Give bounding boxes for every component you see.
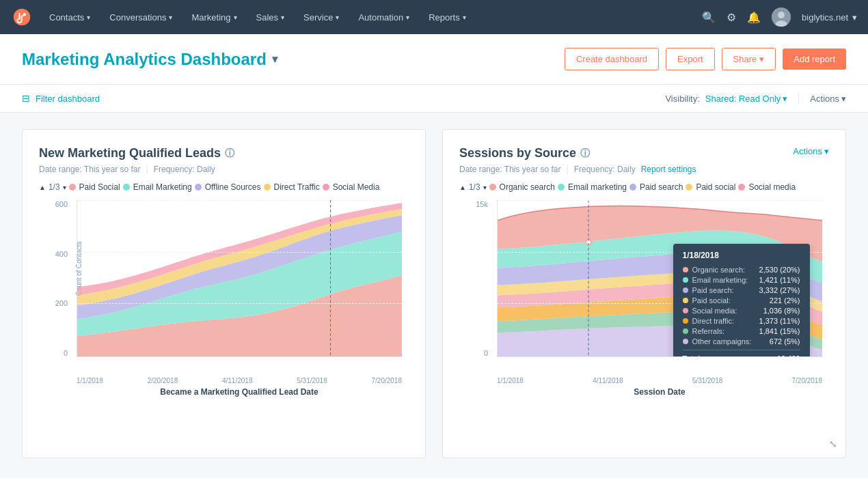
tooltip-row: Paid social: 221 (2%) — [683, 296, 800, 305]
tooltip-row: Direct traffic: 1,373 (11%) — [683, 317, 800, 325]
chevron-down-icon: ▾ — [234, 14, 237, 21]
legend-item: Paid Social — [69, 182, 120, 192]
card-actions-button[interactable]: Actions ▾ — [793, 146, 829, 156]
chart-sessions: 15k 0 — [459, 200, 829, 384]
create-dashboard-button[interactable]: Create dashboard — [565, 48, 659, 70]
page-title[interactable]: Marketing Analytics Dashboard ▾ — [22, 50, 277, 69]
info-icon[interactable]: ⓘ — [580, 147, 590, 160]
chevron-down-icon: ▾ — [281, 14, 284, 21]
chevron-down-icon: ▾ — [406, 14, 409, 21]
filter-dashboard-button[interactable]: ⊟ Filter dashboard — [22, 93, 100, 104]
filter-icon: ⊟ — [22, 93, 30, 104]
legend-prev-icon[interactable]: ▲ — [459, 184, 466, 191]
separator — [798, 93, 799, 104]
chart-plot: 1/18/2018 Organic search: 2,530 (20%) Em… — [497, 200, 822, 357]
legend-prev-icon[interactable]: ▲ — [39, 184, 46, 191]
info-icon[interactable]: ⓘ — [225, 147, 234, 160]
toolbar: ⊟ Filter dashboard Visibility: Shared: R… — [0, 85, 868, 113]
area-chart-svg — [77, 200, 402, 356]
chart-yaxis: 15k 0 — [459, 200, 493, 357]
legend-item: Social Media — [323, 182, 380, 192]
card-sessions-title: Sessions by Source ⓘ — [459, 146, 696, 160]
nav-sales[interactable]: Sales ▾ — [248, 0, 293, 34]
chevron-down-icon: ▾ — [852, 12, 857, 23]
tooltip-row: Email marketing: 1,421 (11%) — [683, 276, 800, 284]
chart-yaxis: 600 400 200 0 — [39, 200, 73, 357]
tooltip-row: Other campaigns: 672 (5%) — [683, 337, 800, 346]
search-icon[interactable]: 🔍 — [702, 11, 716, 24]
gridline — [77, 200, 402, 201]
sessions-tooltip: 1/18/2018 Organic search: 2,530 (20%) Em… — [673, 244, 810, 357]
nav-conversations[interactable]: Conversations ▾ — [101, 0, 180, 34]
legend-item: Paid social — [686, 182, 735, 192]
card-sessions-meta: Date range: This year so far | Frequency… — [459, 165, 696, 174]
chevron-down-icon: ▾ — [463, 14, 466, 21]
tooltip-total: Totals: 12,426 — [683, 350, 800, 357]
chart-xaxis: 1/1/2018 4/11/2018 5/31/2018 7/20/2018 — [497, 377, 822, 384]
add-report-button[interactable]: Add report — [783, 48, 846, 70]
share-button[interactable]: Share ▾ — [722, 48, 776, 70]
tooltip-row: Referrals: 1,841 (15%) — [683, 327, 800, 335]
visibility-value[interactable]: Shared: Read Only ▾ — [705, 94, 788, 104]
legend-next-icon[interactable]: ▾ — [483, 184, 487, 191]
xaxis-title: Became a Marketing Qualified Lead Date — [77, 387, 402, 397]
avatar — [772, 8, 791, 27]
card-sessions: Sessions by Source ⓘ Date range: This ye… — [442, 129, 846, 458]
chevron-down-icon: ▾ — [87, 14, 90, 21]
header-actions: Create dashboard Export Share ▾ Add repo… — [565, 48, 846, 70]
nav-reports[interactable]: Reports ▾ — [420, 0, 474, 34]
gridline — [77, 252, 402, 253]
legend-item: Social media — [738, 182, 796, 192]
chevron-down-icon: ▾ — [824, 146, 829, 156]
toolbar-right: Visibility: Shared: Read Only ▾ Actions … — [665, 93, 846, 104]
chart-plot — [77, 200, 402, 357]
tooltip-row: Social media: 1,036 (8%) — [683, 307, 800, 315]
chart-xaxis: 1/1/2018 2/20/2018 4/11/2018 5/31/2018 7… — [77, 377, 402, 384]
export-button[interactable]: Export — [666, 48, 715, 70]
chevron-down-icon: ▾ — [272, 53, 277, 66]
gridline — [498, 200, 822, 201]
nav-marketing[interactable]: Marketing ▾ — [183, 0, 245, 34]
legend-item: Email Marketing — [123, 182, 192, 192]
chart-mql: 600 400 200 0 Count of Contacts — [39, 200, 409, 384]
chevron-down-icon: ▾ — [336, 14, 339, 21]
legend-item: Paid search — [629, 182, 683, 192]
dashboard: New Marketing Qualified Leads ⓘ Date ran… — [0, 113, 868, 475]
legend-next-icon[interactable]: ▾ — [63, 184, 66, 191]
account-menu[interactable]: biglytics.net ▾ — [802, 12, 857, 23]
card-mql-title: New Marketing Qualified Leads ⓘ — [39, 146, 409, 160]
legend-item: Direct Traffic — [264, 182, 320, 192]
settings-icon[interactable]: ⚙ — [727, 11, 736, 24]
legend-item: Offline Sources — [195, 182, 261, 192]
xaxis-title: Session Date — [497, 387, 822, 397]
chevron-down-icon: ▾ — [841, 94, 846, 104]
chevron-down-icon: ▾ — [783, 94, 787, 104]
gridline — [77, 303, 402, 304]
navbar-right: 🔍 ⚙ 🔔 biglytics.net ▾ — [702, 8, 857, 27]
nav-contacts[interactable]: Contacts ▾ — [41, 0, 98, 34]
nav-service[interactable]: Service ▾ — [295, 0, 347, 34]
nav-automation[interactable]: Automation ▾ — [350, 0, 418, 34]
chevron-down-icon: ▾ — [759, 54, 764, 64]
legend-item: Organic search — [489, 182, 555, 192]
navbar: Contacts ▾ Conversations ▾ Marketing ▾ S… — [0, 0, 868, 34]
card-mql-meta: Date range: This year so far | Frequency… — [39, 165, 409, 174]
legend-mql: ▲ 1/3 ▾ Paid Social Email Marketing Offl… — [39, 182, 409, 192]
hubspot-logo — [11, 6, 33, 28]
report-settings-link[interactable]: Report settings — [641, 165, 696, 174]
notifications-icon[interactable]: 🔔 — [747, 11, 761, 24]
page-header: Marketing Analytics Dashboard ▾ Create d… — [0, 34, 868, 85]
legend-sessions: ▲ 1/3 ▾ Organic search Email marketing P… — [459, 182, 829, 192]
tooltip-row: Organic search: 2,530 (20%) — [683, 266, 800, 274]
expand-icon[interactable]: ⤡ — [829, 438, 837, 449]
legend-item: Email marketing — [558, 182, 627, 192]
visibility-label: Visibility: — [665, 94, 699, 104]
card-mql: New Marketing Qualified Leads ⓘ Date ran… — [22, 129, 426, 458]
tooltip-row: Paid search: 3,332 (27%) — [683, 286, 800, 294]
svg-point-3 — [778, 12, 785, 18]
svg-point-1 — [23, 13, 26, 16]
actions-button[interactable]: Actions ▾ — [810, 94, 846, 104]
chevron-down-icon: ▾ — [169, 14, 172, 21]
